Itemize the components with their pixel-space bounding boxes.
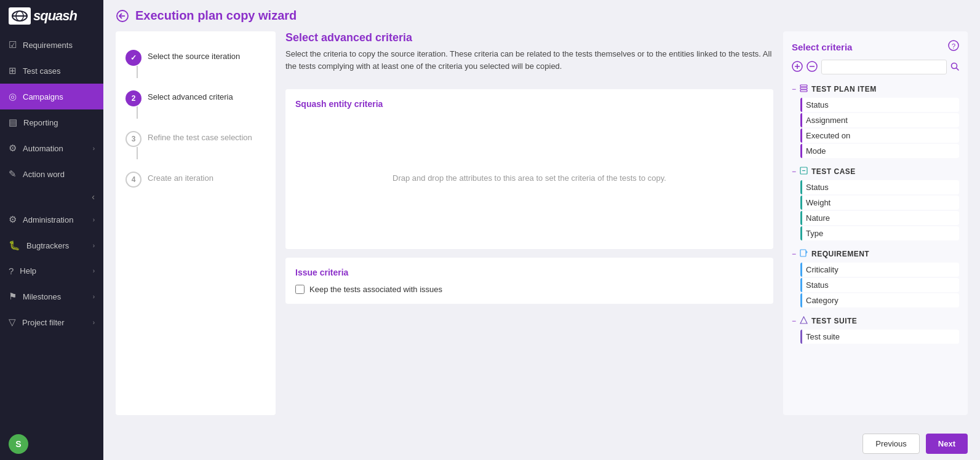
sidebar-item-automation[interactable]: ⚙ Automation ›	[0, 135, 103, 161]
milestones-icon: ⚑	[9, 291, 17, 302]
criteria-panel-header: Select criteria ?	[792, 40, 959, 54]
list-item[interactable]: Weight	[800, 196, 959, 210]
sidebar-item-project-filter[interactable]: ▽ Project filter ›	[0, 309, 103, 335]
svg-text:?: ?	[952, 42, 955, 50]
help-circle-icon[interactable]: ?	[948, 40, 959, 54]
steps-panel: ✓ Select the source iteration 2 Select a…	[116, 31, 276, 415]
reporting-icon: ▤	[9, 117, 17, 128]
svg-rect-15	[800, 87, 807, 89]
list-item[interactable]: Status	[800, 180, 959, 194]
chevron-right-icon: ›	[93, 268, 95, 274]
group-test-suite: − TEST SUITE Test suite	[792, 314, 959, 345]
section-description: Select the criteria to copy the source i…	[285, 48, 773, 72]
search-icon[interactable]	[950, 62, 959, 73]
list-item[interactable]: Test suite	[800, 330, 959, 344]
logo: squash	[0, 0, 103, 32]
step-1-circle: ✓	[125, 50, 141, 66]
sidebar-nav: ☑ Requirements ⊞ Test cases ◎ Campaigns …	[0, 32, 103, 428]
test-suite-type-icon	[800, 316, 808, 326]
sidebar-item-milestones[interactable]: ⚑ Milestones ›	[0, 284, 103, 309]
step-2-label: Select advanced criteria	[148, 90, 233, 101]
group-test-case-header[interactable]: − TEST CASE	[792, 164, 959, 179]
sidebar-item-requirements[interactable]: ☑ Requirements	[0, 32, 103, 58]
sidebar-item-label: Administration	[23, 215, 73, 224]
group-test-suite-header[interactable]: − TEST SUITE	[792, 314, 959, 328]
group-test-case-items: Status Weight Nature Type	[792, 180, 959, 240]
step-connector-2	[137, 106, 138, 119]
logo-text: squash	[33, 8, 77, 24]
back-button[interactable]	[116, 9, 129, 23]
sidebar-item-label: Campaigns	[23, 92, 63, 101]
list-item[interactable]: Type	[800, 226, 959, 240]
requirements-icon: ☑	[9, 39, 17, 50]
sidebar-item-label: Project filter	[22, 318, 65, 327]
group-test-case-title: TEST CASE	[811, 167, 856, 176]
sidebar-bottom: S	[0, 428, 103, 460]
sidebar-item-label: Help	[20, 266, 36, 276]
step-3-label: Refine the test case selection	[148, 131, 252, 142]
criteria-search-input[interactable]	[821, 60, 947, 74]
group-test-case: − TEST CASE Status Weight Nature Type	[792, 164, 959, 242]
sidebar-item-campaigns[interactable]: ◎ Campaigns	[0, 84, 103, 109]
squash-entity-criteria-box: Squash entity criteria Drap and drop the…	[285, 89, 773, 249]
step-2-circle: 2	[125, 90, 141, 106]
svg-line-13	[957, 68, 959, 70]
sidebar-item-label: Reporting	[23, 118, 58, 127]
sidebar-item-label: Requirements	[23, 41, 73, 50]
step-connector-3	[137, 147, 138, 159]
sidebar-item-action-word[interactable]: ✎ Action word	[0, 161, 103, 187]
drop-area[interactable]: Drap and drop the attributes to this are…	[295, 116, 763, 239]
automation-icon: ⚙	[9, 143, 17, 154]
group-test-suite-items: Test suite	[792, 330, 959, 344]
step-3-circle: 3	[125, 131, 141, 147]
collapse-icon: −	[792, 167, 796, 176]
svg-rect-14	[800, 85, 807, 87]
sidebar-item-administration[interactable]: ⚙ Administration ›	[0, 207, 103, 232]
list-item[interactable]: Mode	[800, 144, 959, 158]
squash-entity-criteria-title: Squash entity criteria	[295, 99, 763, 109]
list-item[interactable]: Executed on	[800, 129, 959, 143]
previous-button[interactable]: Previous	[862, 434, 920, 454]
list-item[interactable]: Category	[800, 293, 959, 307]
issue-criteria-box: Issue criteria Keep the tests associated…	[285, 258, 773, 304]
next-button[interactable]: Next	[926, 434, 968, 454]
group-test-plan-item-title: TEST PLAN ITEM	[811, 85, 877, 93]
main-content: Execution plan copy wizard ✓ Select the …	[103, 0, 980, 460]
requirement-type-icon	[800, 249, 808, 259]
sidebar-item-test-cases[interactable]: ⊞ Test cases	[0, 58, 103, 84]
add-criteria-button[interactable]	[792, 61, 803, 74]
group-test-plan-item-items: Status Assignment Executed on Mode	[792, 98, 959, 158]
sidebar-item-label: Milestones	[23, 292, 61, 301]
sidebar-item-label: Bugtrackers	[26, 241, 69, 250]
center-content: Select advanced criteria Select the crit…	[285, 31, 773, 415]
project-filter-icon: ▽	[9, 317, 16, 328]
chevron-left-icon: ‹	[92, 192, 95, 202]
list-item[interactable]: Criticality	[800, 263, 959, 277]
issue-checkbox[interactable]	[295, 285, 305, 294]
avatar[interactable]: S	[9, 434, 28, 454]
sidebar-item-help[interactable]: ? Help ›	[0, 258, 103, 284]
step-2: 2 Select advanced criteria	[125, 84, 266, 125]
group-test-plan-item-header[interactable]: − TEST PLAN ITEM	[792, 82, 959, 97]
chevron-right-icon: ›	[93, 216, 95, 223]
collapse-icon: −	[792, 85, 796, 93]
list-item[interactable]: Status	[800, 98, 959, 112]
sidebar-item-reporting[interactable]: ▤ Reporting	[0, 109, 103, 135]
wizard-body: ✓ Select the source iteration 2 Select a…	[103, 31, 980, 427]
sidebar-item-label: Action word	[23, 170, 65, 179]
chevron-right-icon: ›	[93, 145, 95, 152]
group-test-suite-title: TEST SUITE	[811, 317, 857, 325]
issue-criteria-checkbox-label[interactable]: Keep the tests associated with issues	[295, 285, 763, 294]
sidebar-collapse-btn[interactable]: ‹	[0, 187, 103, 207]
section-title: Select advanced criteria	[285, 31, 773, 44]
list-item[interactable]: Assignment	[800, 113, 959, 127]
step-3: 3 Refine the test case selection	[125, 125, 266, 165]
logo-icon	[9, 7, 31, 25]
list-item[interactable]: Status	[800, 278, 959, 292]
remove-criteria-button[interactable]	[807, 61, 818, 74]
step-connector-1	[137, 66, 138, 78]
list-item[interactable]: Nature	[800, 211, 959, 225]
sidebar-item-bugtrackers[interactable]: 🐛 Bugtrackers ›	[0, 232, 103, 258]
group-requirement-header[interactable]: − REQUIREMENT	[792, 247, 959, 261]
group-requirement-items: Criticality Status Category	[792, 263, 959, 307]
